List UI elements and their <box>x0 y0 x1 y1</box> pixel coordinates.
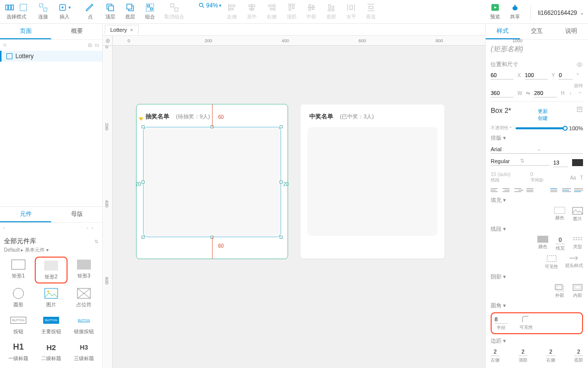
valign-bot-icon[interactable] <box>574 186 583 193</box>
options-icon[interactable] <box>91 225 94 232</box>
section-padding[interactable]: 边距 ▾ <box>491 337 583 345</box>
library-sub[interactable]: Default ▸ 基本元件 ▾ <box>0 247 102 257</box>
pad-b-input[interactable] <box>574 348 583 356</box>
visibility-icon[interactable] <box>576 61 583 68</box>
widget-h2[interactable]: H2二级标题 <box>35 339 68 364</box>
add-icon[interactable] <box>86 225 88 232</box>
pages-search-input[interactable] <box>10 42 85 49</box>
link-create-style[interactable]: 创建 <box>538 115 548 122</box>
bring-front-icon[interactable] <box>105 2 116 13</box>
valign-mid-icon[interactable] <box>562 186 571 193</box>
document-tab[interactable]: Lottery × <box>105 25 139 34</box>
pen-icon[interactable] <box>85 2 96 13</box>
input-rotation[interactable] <box>559 71 573 80</box>
card-win-list[interactable]: 中奖名单 (已中奖：3人) <box>300 104 444 259</box>
section-fill[interactable]: 填充 ▾ <box>491 196 583 204</box>
align-right-icon[interactable] <box>514 186 523 193</box>
section-typography[interactable]: 排版 ▾ <box>491 134 583 142</box>
insert-icon[interactable]: ▾ <box>58 2 71 13</box>
ruler-corner-icon[interactable]: ⊕ <box>103 36 113 46</box>
flip-v-icon[interactable] <box>578 90 583 97</box>
search-icon[interactable] <box>3 42 7 49</box>
flip-h-icon[interactable] <box>569 90 574 97</box>
font-color-swatch[interactable] <box>572 159 583 166</box>
border-width-input[interactable] <box>555 236 565 244</box>
select-mode-2-icon[interactable] <box>18 2 29 13</box>
close-icon[interactable]: × <box>130 27 133 33</box>
widget-rect1[interactable]: 矩形1 <box>2 257 35 283</box>
card-draw-list[interactable]: 抽奖名单 (待抽奖：9人) 60 60 20 20 <box>137 104 288 259</box>
add-page-icon[interactable] <box>88 42 92 49</box>
inner-box-2[interactable] <box>307 127 438 236</box>
widget-h3[interactable]: H3三级标题 <box>68 339 100 364</box>
text-case-icon[interactable]: Aa <box>570 175 576 181</box>
input-width[interactable] <box>491 89 514 97</box>
more-icon[interactable] <box>97 225 99 232</box>
widget-primary-button[interactable]: BUTTON主要按钮 <box>35 312 68 337</box>
canvas[interactable]: 抽奖名单 (待抽奖：9人) 60 60 20 20 <box>113 46 485 368</box>
valign-top-icon[interactable] <box>550 186 559 193</box>
shadow-inner-icon[interactable] <box>572 283 583 291</box>
input-y[interactable] <box>525 71 548 80</box>
tab-outline[interactable]: 概要 <box>51 24 102 39</box>
widget-rect3[interactable]: 矩形3 <box>68 257 100 283</box>
widget-rect2[interactable]: 矩形2 <box>35 257 68 283</box>
search-icon[interactable] <box>3 225 5 232</box>
align-left-icon[interactable] <box>491 186 500 193</box>
corner-vis-icon[interactable] <box>521 315 531 323</box>
widget-h1[interactable]: H1一级标题 <box>2 339 35 364</box>
widget-placeholder[interactable]: 占位符 <box>68 285 100 310</box>
add-folder-icon[interactable] <box>95 42 99 49</box>
tab-widgets[interactable]: 元件 <box>0 207 51 222</box>
section-shadow[interactable]: 阴影 ▾ <box>491 273 583 280</box>
arrow-style-icon[interactable] <box>569 255 580 262</box>
tab-masters[interactable]: 母版 <box>51 207 102 222</box>
border-type-icon[interactable] <box>572 236 583 243</box>
pad-t-input[interactable] <box>518 348 527 356</box>
pad-r-input[interactable] <box>546 348 555 356</box>
user-menu[interactable]: li16620164429⌄ <box>538 9 584 16</box>
font-family-select[interactable]: Arial⌄ <box>491 145 583 154</box>
widget-button[interactable]: BUTTON按钮 <box>2 312 35 337</box>
corner-radius-input[interactable] <box>495 315 508 324</box>
inner-box-1[interactable] <box>144 127 281 237</box>
send-back-icon[interactable] <box>125 2 136 13</box>
border-vis-icon[interactable] <box>546 255 557 263</box>
library-header[interactable]: 全部元件库 <box>4 237 94 246</box>
tab-pages[interactable]: 页面 <box>0 24 51 39</box>
chevron-updown-icon[interactable]: ⇅ <box>94 239 98 244</box>
font-weight-select[interactable]: Regular⇅ <box>491 157 549 166</box>
tab-style[interactable]: 样式 <box>486 24 520 39</box>
pad-l-input[interactable] <box>491 348 500 356</box>
text-options-icon[interactable]: T <box>580 175 583 181</box>
align-justify-icon[interactable] <box>526 186 535 193</box>
lock-aspect-icon[interactable]: ⇆ <box>526 91 530 96</box>
section-corner[interactable]: 圆角 ▾ <box>491 302 583 309</box>
input-height[interactable] <box>534 89 557 97</box>
widget-link-button[interactable]: BUTTON链接按钮 <box>68 312 100 337</box>
group-icon[interactable] <box>145 2 155 13</box>
style-manage-icon[interactable] <box>576 106 583 113</box>
opacity-slider[interactable] <box>515 127 565 129</box>
fill-image-icon[interactable] <box>572 207 583 215</box>
border-color-swatch[interactable] <box>537 236 548 243</box>
zoom-control[interactable]: 94%▾ <box>198 2 221 9</box>
widgets-search-input[interactable] <box>8 225 83 232</box>
widget-circle[interactable]: 圆形 <box>2 285 35 310</box>
widget-image[interactable]: 图片 <box>35 285 68 310</box>
connect-icon[interactable] <box>38 2 49 13</box>
tab-interaction[interactable]: 交互 <box>520 24 554 39</box>
shadow-outer-icon[interactable] <box>554 283 565 291</box>
share-icon[interactable] <box>510 2 520 13</box>
tab-notes[interactable]: 说明 <box>554 24 588 39</box>
page-item-lottery[interactable]: Lottery <box>0 51 102 62</box>
align-center-icon[interactable] <box>503 186 512 193</box>
select-mode-1-icon[interactable] <box>4 2 15 13</box>
preview-icon[interactable] <box>490 2 501 13</box>
fill-color-swatch[interactable] <box>554 207 565 214</box>
input-x[interactable] <box>491 71 514 80</box>
shape-name-input[interactable]: (矩形名称) <box>491 43 583 58</box>
font-size-input[interactable] <box>553 159 568 167</box>
section-border[interactable]: 线段 ▾ <box>491 225 583 233</box>
link-update-style[interactable]: 更新 <box>538 108 548 115</box>
